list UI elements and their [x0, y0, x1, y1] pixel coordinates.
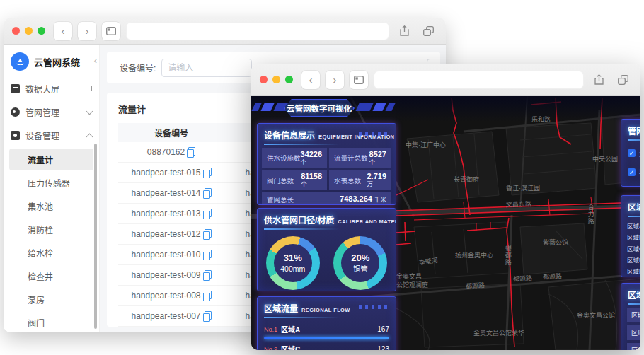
chevron-left-icon: ‹	[62, 25, 65, 36]
sidebar-menu-item[interactable]: 设备管理	[4, 124, 99, 147]
legend-item[interactable]: 区域A	[621, 220, 640, 231]
flow-value: 167	[377, 325, 389, 333]
copy-icon[interactable]	[205, 270, 212, 279]
layer-checkbox-row[interactable]: ✓ 导入	[621, 163, 640, 182]
sidebar-submenu-item[interactable]: 压力传感器	[9, 172, 93, 194]
close-window-button[interactable]	[260, 76, 268, 83]
device-no-cell: handpear-test-014	[118, 188, 224, 198]
sidebar-scrollbar[interactable]	[94, 144, 97, 329]
tabs-button[interactable]	[419, 22, 437, 40]
legend-label: 区域E	[627, 267, 640, 275]
share-icon	[400, 25, 409, 36]
stat-label: 管网总长	[267, 194, 294, 204]
map-label: 金奥文昌公馆荣华	[473, 330, 524, 338]
map-label: 金奥文昌公馆	[577, 312, 615, 320]
menu-item-icon	[11, 131, 20, 140]
address-bar[interactable]	[126, 22, 389, 40]
flow-rank-item: No.1 区域A 167	[258, 321, 396, 339]
checkbox-checked-icon[interactable]: ✓	[628, 149, 636, 157]
legend-label: 区域B	[627, 233, 640, 241]
minimize-window-button[interactable]	[25, 27, 33, 35]
copy-icon[interactable]	[205, 188, 212, 197]
flow-bar	[264, 337, 389, 339]
menu-item-icon	[11, 84, 20, 93]
map-label: 长青御府	[454, 176, 479, 185]
minimize-window-button[interactable]	[272, 76, 280, 83]
sidebar-submenu-item[interactable]: 泵房	[9, 289, 93, 310]
zoom-window-button[interactable]	[285, 76, 293, 83]
map-label: 都源路	[513, 274, 533, 284]
flow-bar-track	[264, 337, 389, 339]
checkbox-checked-icon[interactable]: ✓	[628, 168, 636, 176]
device-no-cell: handpear-test-013	[118, 209, 224, 219]
map-label: 扬州金奥中心	[455, 252, 493, 260]
panel-header: 供水管网口径/材质 CALIBER AND MATERIAL	[258, 209, 396, 227]
region-flow-list: 区域B区域C区域D区域E	[621, 308, 640, 350]
panel-title: 管网图层	[628, 124, 640, 136]
address-bar[interactable]	[374, 71, 584, 89]
sidebar-menu-item[interactable]: 管网管理	[4, 100, 99, 124]
region-flow-row: 区域C	[627, 325, 640, 340]
device-no-label: 设备编号:	[120, 62, 156, 74]
region-legend: 区域A 区域B 区域C 区域D 区域E	[621, 220, 640, 277]
device-no-input[interactable]	[161, 59, 252, 77]
layer-checkbox-row[interactable]: ✓ 全选	[621, 144, 640, 163]
sidebar-collapse-icon[interactable]: ‹	[94, 55, 97, 66]
share-button[interactable]	[395, 22, 413, 40]
copy-icon[interactable]	[205, 209, 212, 217]
map-label: 都源路	[543, 272, 563, 281]
legend-item[interactable]: 区域E	[621, 265, 640, 277]
back-button[interactable]: ‹	[54, 22, 72, 40]
copy-icon[interactable]	[205, 229, 212, 238]
sidebar-menu-item[interactable]: 数据大屏	[4, 77, 99, 100]
menu-item-label: 数据大屏	[25, 83, 59, 95]
sidebar-toggle-button[interactable]	[102, 22, 120, 40]
stat-cell: 管网总长 7483.264千米	[262, 192, 391, 205]
copy-icon[interactable]	[205, 291, 212, 299]
copy-icon[interactable]	[188, 147, 195, 156]
sidebar-submenu-item[interactable]: 检查井	[9, 265, 93, 287]
share-button[interactable]	[590, 71, 608, 89]
sidebar-toggle-button[interactable]	[350, 71, 368, 89]
back-button[interactable]: ‹	[301, 71, 320, 89]
stat-value: 8527	[369, 150, 386, 159]
sidebar-submenu-item[interactable]: 消防栓	[9, 219, 93, 240]
browser-chrome: ‹ ›	[4, 18, 446, 45]
browser-window-dashboard: ‹ ›	[251, 64, 640, 350]
forward-button[interactable]: ›	[326, 71, 344, 89]
sidebar-menu: 数据大屏 管网管理 设备管理	[4, 77, 99, 147]
map-label: 金奥文昌 公馆观澜庭	[396, 273, 428, 289]
screen: ‹ › 云管网系统 ‹	[0, 0, 644, 355]
menu-item-label: 管网管理	[25, 106, 59, 118]
sidebar-submenu-item[interactable]: 阀门	[9, 312, 93, 332]
map-label: 合力路	[586, 204, 594, 225]
close-window-button[interactable]	[12, 27, 20, 35]
copy-icon[interactable]	[205, 250, 212, 258]
device-no-cell: handpear-test-009	[118, 270, 224, 280]
stat-unit: 万	[367, 181, 386, 188]
tabs-button[interactable]	[614, 71, 632, 89]
forward-button[interactable]: ›	[78, 22, 96, 40]
sidebar-submenu-item[interactable]: 流量计	[9, 149, 93, 170]
dashboard: 中集·江广中心乐和路中央公园香江·滨江园长青御府文昌东路合力路扬州金奥中心紫薇公…	[251, 96, 640, 350]
copy-icon[interactable]	[205, 311, 212, 320]
equipment-stats: 供水设施数 34226个 流量计总数 8527个 阀门总数 81158个 水表总…	[262, 148, 391, 205]
sidebar-submenu-item[interactable]: 给水栓	[9, 242, 93, 264]
copy-icon[interactable]	[205, 168, 212, 176]
panel-underline	[264, 144, 340, 145]
sidebar-submenu: 流量计压力传感器集水池消防栓给水栓检查井泵房阀门排气阀出水口水源井	[4, 149, 99, 332]
stat-label: 阀门总数	[267, 175, 294, 185]
panel-header: 设备信息展示 EQUIPMENT INFORMATION	[258, 124, 396, 142]
donut-percent: 20%	[351, 252, 369, 264]
flow-region: 区域A	[281, 324, 300, 334]
stat-value: 7483.264	[340, 194, 372, 204]
legend-item[interactable]: 区域B	[621, 231, 640, 243]
zoom-window-button[interactable]	[38, 27, 45, 35]
map-label: 紫薇公馆	[543, 239, 568, 248]
map-label: 中集·江广中心	[406, 141, 446, 150]
sidebar-submenu-item[interactable]: 集水池	[9, 195, 93, 217]
legend-item[interactable]: 区域D	[621, 254, 640, 265]
flow-rank-list: No.1 区域A 167 No.2 区域C 123	[258, 321, 396, 350]
legend-item[interactable]: 区域C	[621, 243, 640, 254]
panel-underline	[628, 303, 640, 305]
